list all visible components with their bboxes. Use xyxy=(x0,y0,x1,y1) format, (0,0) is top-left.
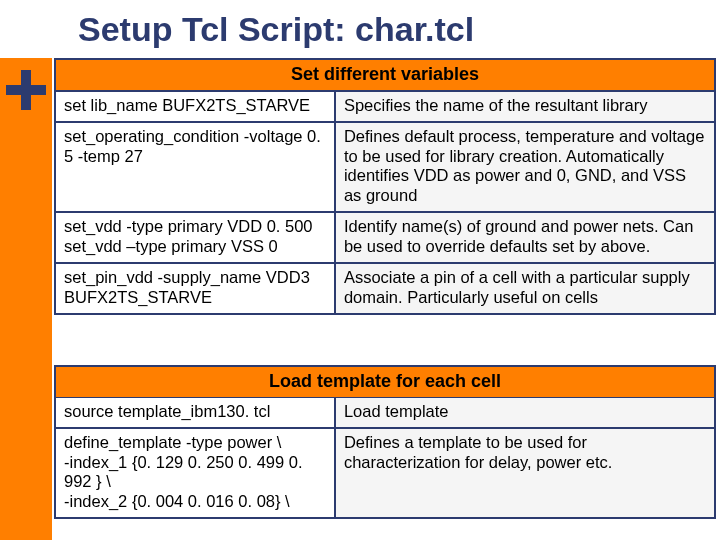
table-row: define_template -type power \ -index_1 {… xyxy=(55,428,715,518)
table-row: set_operating_condition -voltage 0. 5 -t… xyxy=(55,122,715,212)
desc-cell: Defines a template to be used for charac… xyxy=(335,428,715,518)
desc-cell: Load template xyxy=(335,397,715,428)
table-row: set_pin_vdd -supply_name VDD3 BUFX2TS_ST… xyxy=(55,263,715,314)
template-table-wrap: source template_ibm130. tcl Load templat… xyxy=(54,396,716,519)
table-row: source template_ibm130. tcl Load templat… xyxy=(55,397,715,428)
desc-cell: Identify name(s) of ground and power net… xyxy=(335,212,715,263)
variables-table: set lib_name BUFX2TS_STARVE Specifies th… xyxy=(54,90,716,315)
section-header-variables: Set different variables xyxy=(54,58,716,90)
cmd-cell: set lib_name BUFX2TS_STARVE xyxy=(55,91,335,122)
cmd-cell: source template_ibm130. tcl xyxy=(55,397,335,428)
slide: Setup Tcl Script: char.tcl Set different… xyxy=(0,0,720,540)
desc-cell: Defines default process, temperature and… xyxy=(335,122,715,212)
cmd-cell: set_vdd -type primary VDD 0. 500 set_vdd… xyxy=(55,212,335,263)
left-decor-strip xyxy=(0,58,52,540)
desc-cell: Associate a pin of a cell with a particu… xyxy=(335,263,715,314)
cmd-cell: set_pin_vdd -supply_name VDD3 BUFX2TS_ST… xyxy=(55,263,335,314)
cmd-cell: set_operating_condition -voltage 0. 5 -t… xyxy=(55,122,335,212)
section-header-template: Load template for each cell xyxy=(54,365,716,397)
template-table: source template_ibm130. tcl Load templat… xyxy=(54,396,716,519)
desc-cell: Specifies the name of the resultant libr… xyxy=(335,91,715,122)
cmd-cell: define_template -type power \ -index_1 {… xyxy=(55,428,335,518)
table-row: set lib_name BUFX2TS_STARVE Specifies th… xyxy=(55,91,715,122)
cross-icon xyxy=(6,70,46,110)
slide-title: Setup Tcl Script: char.tcl xyxy=(78,10,474,49)
section-header-template-wrap: Load template for each cell xyxy=(54,365,716,397)
table-row: set_vdd -type primary VDD 0. 500 set_vdd… xyxy=(55,212,715,263)
